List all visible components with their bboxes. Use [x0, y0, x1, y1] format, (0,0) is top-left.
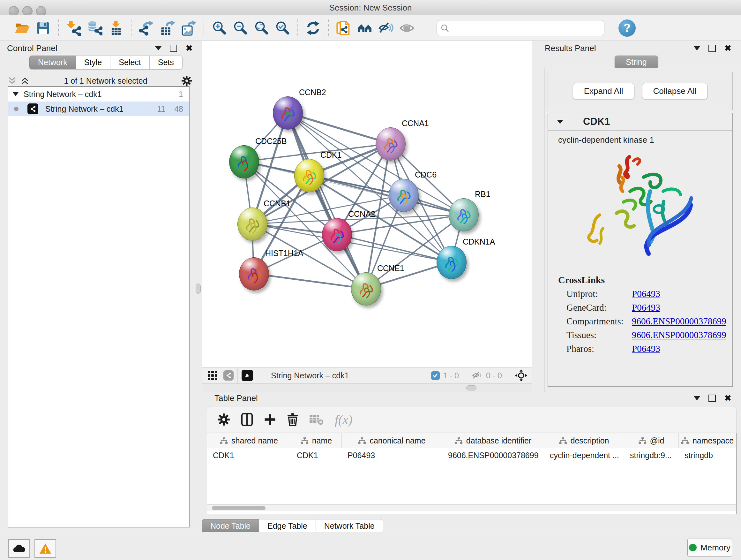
function-builder-button[interactable]: f(x) [335, 412, 353, 427]
export-network-button[interactable] [136, 18, 157, 38]
help-button[interactable]: ? [618, 19, 636, 37]
table-cell[interactable]: P06493 [342, 451, 442, 460]
delete-table-icon[interactable] [309, 414, 324, 426]
column-header--id[interactable]: @id [624, 433, 679, 448]
network-node-rb1[interactable] [449, 198, 479, 232]
houses-icon [357, 20, 373, 36]
add-column-icon[interactable] [264, 414, 276, 426]
memory-button[interactable]: Memory [687, 539, 732, 557]
show-columns-icon[interactable] [241, 413, 253, 426]
network-node-hist1h1a[interactable] [239, 257, 269, 291]
control-panel-float-icon[interactable] [170, 45, 177, 52]
collapse-all-button[interactable]: Collapse All [642, 83, 708, 99]
import-table-file-button[interactable] [105, 18, 126, 38]
network-node-cdc25b[interactable] [229, 145, 259, 179]
zoom-out-button[interactable] [230, 18, 251, 38]
collapse-all-icon[interactable] [8, 76, 17, 85]
show-eye-button[interactable] [396, 18, 417, 38]
network-row-selected[interactable]: String Network – cdk1 11 48 [8, 102, 189, 116]
grid-view-icon[interactable] [207, 370, 218, 381]
column-header-name[interactable]: name [291, 433, 342, 448]
crosslink-link[interactable]: P06493 [632, 344, 660, 354]
birdseye-view-icon[interactable] [242, 370, 253, 381]
table-panel-menu-caret-icon[interactable] [694, 396, 700, 400]
gene-collapse-caret-icon[interactable] [557, 120, 563, 124]
network-node-cdk1[interactable] [294, 159, 324, 192]
tab-string[interactable]: String [615, 56, 658, 69]
selected-nodes-checkbox-icon[interactable] [431, 371, 440, 380]
column-header-namespace[interactable]: namespace [679, 433, 736, 448]
tab-network-table[interactable]: Network Table [316, 519, 383, 533]
network-node-ccne1[interactable] [351, 272, 381, 306]
crosslink-link[interactable]: 9606.ENSP00000378699 [632, 330, 726, 340]
tab-edge-table[interactable]: Edge Table [259, 519, 316, 533]
zoom-selected-button[interactable] [272, 18, 293, 38]
warning-status-button[interactable] [35, 539, 56, 558]
table-cell[interactable]: CDK1 [291, 451, 342, 460]
expand-all-icon[interactable] [20, 76, 30, 85]
export-table-button[interactable] [157, 18, 178, 38]
table-cell[interactable]: CDK1 [207, 451, 291, 460]
home-button[interactable] [354, 18, 375, 38]
table-cell[interactable]: stringdb:9... [624, 451, 679, 460]
import-network-file-button[interactable] [63, 18, 84, 38]
export-image-button[interactable] [178, 18, 199, 38]
table-row[interactable]: CDK1CDK1P064939606.ENSP00000378699cyclin… [207, 448, 736, 462]
tab-select[interactable]: Select [111, 56, 149, 69]
import-network-database-button[interactable] [84, 18, 105, 38]
node-label-ccnb1: CCNB1 [264, 199, 291, 208]
protein-thumbnail-icon [328, 227, 346, 246]
horizontal-splitter-handle[interactable] [466, 385, 476, 390]
network-share-icon[interactable] [223, 370, 233, 381]
collection-expand-caret-icon[interactable] [13, 92, 18, 96]
network-node-ccna2[interactable] [322, 218, 352, 251]
tab-sets[interactable]: Sets [150, 56, 183, 69]
table-cell[interactable]: stringdb [679, 451, 736, 460]
control-panel-close-icon[interactable]: ✖ [185, 44, 193, 53]
zoom-fit-button[interactable] [251, 18, 272, 38]
refresh-button[interactable] [302, 18, 324, 38]
column-header-description[interactable]: description [544, 433, 624, 448]
table-panel-float-icon[interactable] [709, 395, 716, 402]
expand-all-button[interactable]: Expand All [573, 83, 634, 99]
save-session-button[interactable] [32, 18, 54, 38]
left-splitter-handle[interactable] [196, 284, 201, 294]
table-cell[interactable]: 9606.ENSP00000378699 [442, 451, 544, 460]
fit-selected-crosshair-icon[interactable] [515, 369, 527, 381]
tab-network[interactable]: Network [29, 56, 76, 69]
column-header-shared-name[interactable]: shared name [207, 433, 291, 448]
control-panel-menu-caret-icon[interactable] [155, 46, 161, 51]
zoom-in-button[interactable] [209, 18, 230, 38]
network-options-gear-icon[interactable] [181, 75, 192, 86]
results-panel-menu-caret-icon[interactable] [694, 46, 700, 51]
delete-column-trash-icon[interactable] [287, 413, 298, 426]
results-panel-float-icon[interactable] [709, 45, 716, 52]
cloud-status-button[interactable] [8, 539, 30, 558]
table-options-gear-icon[interactable] [217, 413, 230, 426]
search-input[interactable] [436, 20, 604, 36]
network-view-toolbar: String Network – cdk1 1 - 0 0 - 0 [202, 367, 532, 384]
column-header-database-identifier[interactable]: database identifier [442, 433, 544, 448]
network-node-ccnb2[interactable] [273, 97, 303, 130]
network-node-ccnb1[interactable] [238, 207, 267, 241]
column-header-canonical-name[interactable]: canonical name [342, 433, 442, 448]
crosslink-link[interactable]: 9606.ENSP00000378699 [632, 316, 726, 326]
scrollbar-thumb[interactable] [212, 506, 266, 510]
network-canvas[interactable]: CCNB2CCNA1CDC25BCDK1CDC6RB1CCNB1CCNA2CDK… [202, 41, 532, 367]
network-node-ccna1[interactable] [376, 127, 406, 161]
network-node-cdkn1a[interactable] [436, 246, 467, 279]
open-session-button[interactable] [11, 18, 32, 38]
network-collection-row[interactable]: String Network – cdk1 1 [8, 87, 189, 102]
results-panel-close-icon[interactable]: ✖ [724, 44, 731, 53]
tab-node-table[interactable]: Node Table [202, 519, 259, 533]
table-panel-close-icon[interactable]: ✖ [724, 394, 731, 402]
network-node-cdc6[interactable] [389, 179, 419, 212]
protein-thumbnail-icon [244, 216, 261, 236]
crosslink-link[interactable]: P06493 [632, 289, 660, 299]
hide-selected-button[interactable] [375, 18, 396, 38]
crosslink-link[interactable]: P06493 [632, 302, 660, 313]
tab-style[interactable]: Style [76, 56, 111, 69]
table-horizontal-scrollbar[interactable] [207, 504, 736, 511]
table-cell[interactable]: cyclin-dependent ... [544, 451, 624, 460]
share-network-file-button[interactable] [333, 18, 354, 38]
